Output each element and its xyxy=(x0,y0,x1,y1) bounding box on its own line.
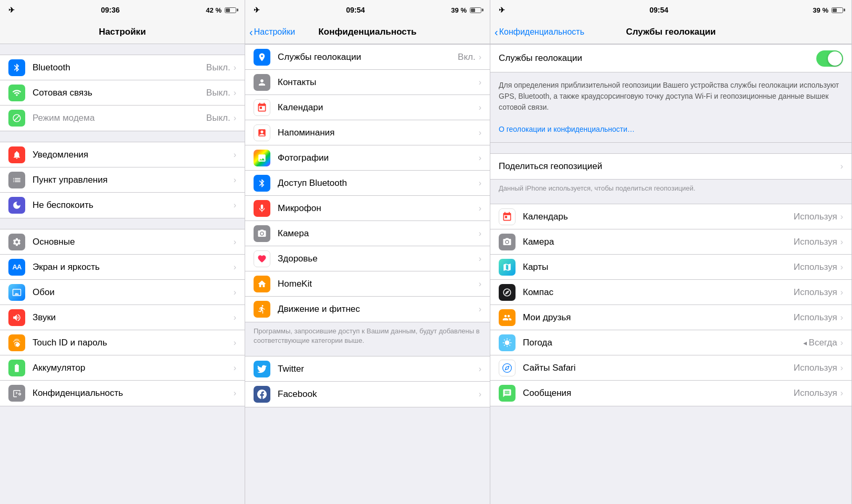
row-battery[interactable]: Аккумулятор › xyxy=(0,355,245,381)
row-microphone-label: Микрофон xyxy=(278,203,479,214)
row-cellular-value: Выкл. xyxy=(206,88,230,98)
battery-icon-3 xyxy=(832,7,843,13)
row-reminders[interactable]: Напоминания › xyxy=(245,120,490,145)
row-touch-id[interactable]: Touch ID и пароль › xyxy=(0,330,245,355)
status-time-3: 09:54 xyxy=(649,6,668,14)
row-photos-label: Фотографии xyxy=(278,153,479,163)
scroll-content-1[interactable]: Bluetooth Выкл. › Сотовая связь Выкл. › xyxy=(0,44,245,504)
share-location-footer: Данный iPhone используется, чтобы подели… xyxy=(490,180,851,193)
row-location-value: Вкл. xyxy=(458,52,476,62)
row-notifications-label: Уведомления xyxy=(33,150,234,160)
row-notifications-chevron: › xyxy=(234,150,236,160)
status-time-2: 09:54 xyxy=(346,6,365,14)
row-dnd-chevron: › xyxy=(234,201,236,210)
row-control-center[interactable]: Пункт управления › xyxy=(0,167,245,193)
app-friends-value: Используя xyxy=(794,312,837,323)
section-system: Уведомления › Пункт управления › Не бесп… xyxy=(0,142,245,218)
share-location-chevron: › xyxy=(840,162,843,171)
row-location-toggle[interactable]: Службы геолокации xyxy=(490,45,851,72)
row-app-compass[interactable]: Компас Используя › xyxy=(490,280,851,305)
row-microphone[interactable]: Микрофон › xyxy=(245,196,490,221)
row-contacts-chevron: › xyxy=(479,78,481,87)
row-app-camera[interactable]: Камера Используя › xyxy=(490,229,851,255)
section-app-list: Календарь Используя › Камера Используя › xyxy=(490,204,851,406)
row-cellular-chevron: › xyxy=(234,88,236,98)
app-messages-label: Сообщения xyxy=(523,388,794,398)
app-camera-value: Используя xyxy=(794,237,837,247)
row-share-location[interactable]: Поделиться геопозицией › xyxy=(490,154,851,179)
row-homekit-chevron: › xyxy=(479,279,481,289)
app-messages-chevron: › xyxy=(840,388,843,398)
app-friends-label: Мои друзья xyxy=(523,312,794,323)
svg-point-0 xyxy=(503,363,512,372)
row-privacy[interactable]: Конфиденциальность › xyxy=(0,381,245,406)
battery-percent-3: 39 % xyxy=(813,6,828,14)
row-privacy-label: Конфиденциальность xyxy=(33,388,234,398)
row-motion[interactable]: Движение и фитнес › xyxy=(245,297,490,322)
app-calendar-label: Календарь xyxy=(523,212,794,222)
row-camera[interactable]: Камера › xyxy=(245,221,490,246)
row-location-chevron: › xyxy=(479,52,481,62)
row-display[interactable]: AA Экран и яркость › xyxy=(0,255,245,280)
row-touch-id-chevron: › xyxy=(234,338,236,348)
row-bluetooth-access[interactable]: Доступ Bluetooth › xyxy=(245,171,490,196)
row-touch-id-label: Touch ID и пароль xyxy=(33,338,234,348)
row-general[interactable]: Основные › xyxy=(0,229,245,255)
row-homekit[interactable]: HomeKit › xyxy=(245,271,490,297)
row-sounds-chevron: › xyxy=(234,313,236,322)
row-bluetooth[interactable]: Bluetooth Выкл. › xyxy=(0,55,245,80)
row-app-friends[interactable]: Мои друзья Используя › xyxy=(490,305,851,330)
row-dnd[interactable]: Не беспокоить › xyxy=(0,193,245,218)
row-facebook[interactable]: Facebook › xyxy=(245,382,490,407)
app-compass-label: Компас xyxy=(523,287,794,298)
rows-group-privacy: Службы геолокации Вкл. › Контакты › xyxy=(245,44,490,322)
row-app-maps[interactable]: Карты Используя › xyxy=(490,255,851,280)
row-reminders-label: Напоминания xyxy=(278,128,479,138)
row-notifications[interactable]: Уведомления › xyxy=(0,142,245,167)
row-health[interactable]: Здоровье › xyxy=(245,246,490,271)
scroll-content-2[interactable]: Службы геолокации Вкл. › Контакты › xyxy=(245,44,490,504)
row-twitter[interactable]: Twitter › xyxy=(245,356,490,382)
row-app-calendar[interactable]: Календарь Используя › xyxy=(490,204,851,229)
location-description-link[interactable]: О геолокации и конфиденциальности… xyxy=(499,125,635,133)
location-services-toggle[interactable] xyxy=(816,50,843,67)
row-twitter-chevron: › xyxy=(479,364,481,374)
rows-group-system: Уведомления › Пункт управления › Не бесп… xyxy=(0,142,245,218)
status-time-1: 09:36 xyxy=(101,6,120,14)
row-calendars[interactable]: Календари › xyxy=(245,95,490,120)
row-reminders-chevron: › xyxy=(479,128,481,138)
row-app-safari[interactable]: Сайты Safari Используя › xyxy=(490,355,851,381)
photos-icon xyxy=(254,150,270,166)
row-location[interactable]: Службы геолокации Вкл. › xyxy=(245,45,490,70)
row-motion-chevron: › xyxy=(479,304,481,314)
row-photos[interactable]: Фотографии › xyxy=(245,145,490,171)
row-microphone-chevron: › xyxy=(479,204,481,213)
row-cellular[interactable]: Сотовая связь Выкл. › xyxy=(0,80,245,106)
scroll-content-3[interactable]: Службы геолокации Для определения прибли… xyxy=(490,44,851,504)
bluetooth-access-icon xyxy=(254,175,270,192)
health-icon xyxy=(254,250,270,267)
row-bluetooth-access-chevron: › xyxy=(479,178,481,188)
app-safari-value: Используя xyxy=(794,363,837,373)
nav-back-3[interactable]: ‹ Конфиденциальность xyxy=(495,27,584,37)
rows-group-preferences: Основные › AA Экран и яркость › Обои › xyxy=(0,229,245,406)
weather-arrow-icon: ◂ xyxy=(803,339,807,347)
row-wallpaper[interactable]: Обои › xyxy=(0,280,245,305)
row-hotspot[interactable]: Режим модема Выкл. › xyxy=(0,106,245,131)
status-bar-1: ✈ 09:36 42 % xyxy=(0,0,245,20)
contacts-icon xyxy=(254,74,270,91)
nav-back-2[interactable]: ‹ Настройки xyxy=(249,27,295,37)
row-photos-chevron: › xyxy=(479,153,481,163)
row-app-messages[interactable]: Сообщения Используя › xyxy=(490,381,851,406)
row-sounds[interactable]: Звуки › xyxy=(0,305,245,330)
microphone-icon xyxy=(254,200,270,217)
row-contacts-label: Контакты xyxy=(278,77,479,88)
row-app-weather[interactable]: Погода ◂ Всегда › xyxy=(490,330,851,355)
row-display-chevron: › xyxy=(234,262,236,272)
app-calendar-value: Используя xyxy=(794,212,837,222)
row-contacts[interactable]: Контакты › xyxy=(245,70,490,95)
location-description: Для определения приблизительной геопозиц… xyxy=(490,72,851,143)
app-maps-value: Используя xyxy=(794,262,837,272)
cellular-icon xyxy=(8,85,25,101)
row-display-label: Экран и яркость xyxy=(33,262,234,272)
